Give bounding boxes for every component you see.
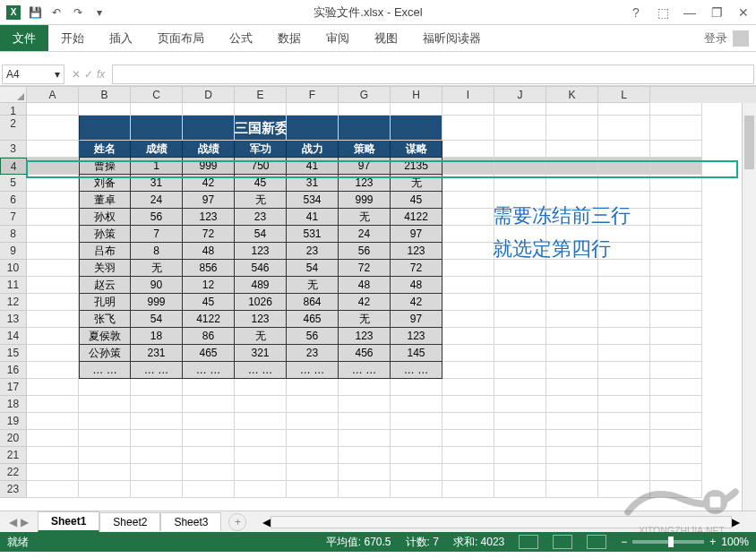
cell[interactable]: 三国新委同学会 — [235, 116, 287, 141]
cell[interactable] — [27, 328, 79, 345]
cell[interactable] — [546, 294, 598, 311]
cell[interactable]: 123 — [235, 311, 287, 328]
cell[interactable] — [391, 396, 442, 413]
row-header-4[interactable]: 4 — [0, 158, 27, 175]
cell[interactable] — [79, 396, 131, 413]
cell[interactable] — [494, 141, 546, 158]
cell[interactable]: 赵云 — [79, 277, 131, 294]
row-header-17[interactable]: 17 — [0, 379, 27, 396]
cell[interactable]: 关羽 — [79, 260, 131, 277]
cell[interactable] — [494, 294, 546, 311]
row-header-6[interactable]: 6 — [0, 192, 27, 209]
cell[interactable]: 31 — [131, 175, 183, 192]
row-header-8[interactable]: 8 — [0, 226, 27, 243]
cell[interactable] — [183, 447, 235, 464]
login-button[interactable]: 登录 — [697, 25, 756, 51]
cell[interactable]: 42 — [391, 294, 442, 311]
cell[interactable] — [183, 481, 235, 498]
cell[interactable] — [287, 447, 339, 464]
cell[interactable] — [391, 430, 442, 447]
cell[interactable] — [27, 141, 79, 158]
cell[interactable] — [287, 396, 339, 413]
cell[interactable]: 54 — [287, 260, 339, 277]
cell[interactable] — [494, 379, 546, 396]
row-header-11[interactable]: 11 — [0, 277, 27, 294]
cell[interactable] — [287, 464, 339, 481]
cell[interactable]: 2135 — [391, 158, 442, 175]
cell[interactable] — [442, 103, 494, 116]
cell[interactable] — [650, 311, 702, 328]
col-A[interactable]: A — [27, 87, 79, 103]
cell[interactable] — [546, 141, 598, 158]
cell[interactable] — [494, 362, 546, 379]
cell[interactable]: 54 — [131, 311, 183, 328]
view-pagebreak-icon[interactable] — [587, 535, 606, 549]
cell[interactable]: 1 — [131, 158, 183, 175]
cell[interactable] — [598, 430, 650, 447]
row-header-15[interactable]: 15 — [0, 345, 27, 362]
cell[interactable] — [494, 481, 546, 498]
cell[interactable]: 4122 — [183, 311, 235, 328]
cell[interactable] — [598, 158, 650, 175]
cell[interactable] — [598, 103, 650, 116]
cell[interactable] — [391, 116, 442, 141]
cell[interactable] — [494, 413, 546, 430]
cell[interactable] — [598, 345, 650, 362]
cell[interactable]: 24 — [131, 192, 183, 209]
row-header-14[interactable]: 14 — [0, 328, 27, 345]
cell[interactable]: 90 — [131, 277, 183, 294]
cell[interactable] — [546, 175, 598, 192]
cell[interactable]: 999 — [183, 158, 235, 175]
cell[interactable]: 750 — [235, 158, 287, 175]
horizontal-scrollbar[interactable]: ◀ ▶ — [262, 516, 740, 528]
cell[interactable]: 谋略 — [391, 141, 442, 158]
view-normal-icon[interactable] — [519, 535, 538, 549]
cell[interactable]: 45 — [183, 294, 235, 311]
row-header-3[interactable]: 3 — [0, 141, 27, 158]
cell[interactable] — [650, 175, 702, 192]
cell[interactable]: 31 — [287, 175, 339, 192]
cell[interactable] — [27, 209, 79, 226]
redo-icon[interactable]: ↷ — [68, 3, 88, 22]
qat-dropdown-icon[interactable]: ▾ — [90, 3, 109, 22]
cell[interactable] — [183, 396, 235, 413]
cell[interactable] — [650, 243, 702, 260]
cell[interactable] — [494, 447, 546, 464]
cell[interactable]: 45 — [235, 175, 287, 192]
row-header-13[interactable]: 13 — [0, 311, 27, 328]
cell[interactable] — [27, 103, 79, 116]
cell[interactable] — [27, 226, 79, 243]
hscroll-right-icon[interactable]: ▶ — [732, 516, 740, 528]
cell[interactable] — [650, 209, 702, 226]
cell[interactable] — [650, 103, 702, 116]
row-header-10[interactable]: 10 — [0, 260, 27, 277]
col-J[interactable]: J — [494, 87, 546, 103]
row-header-23[interactable]: 23 — [0, 481, 27, 498]
col-H[interactable]: H — [391, 87, 442, 103]
row-header-7[interactable]: 7 — [0, 209, 27, 226]
cell[interactable] — [131, 430, 183, 447]
cell[interactable] — [235, 396, 287, 413]
col-F[interactable]: F — [287, 87, 339, 103]
cell[interactable] — [339, 413, 391, 430]
cell[interactable] — [79, 464, 131, 481]
cell[interactable] — [598, 294, 650, 311]
cell[interactable] — [339, 103, 391, 116]
cell[interactable] — [650, 226, 702, 243]
cell[interactable] — [442, 226, 494, 243]
cell[interactable] — [494, 175, 546, 192]
col-E[interactable]: E — [235, 87, 287, 103]
cell[interactable] — [131, 447, 183, 464]
cell[interactable]: … … — [131, 362, 183, 379]
cell[interactable] — [442, 277, 494, 294]
row-header-5[interactable]: 5 — [0, 175, 27, 192]
cell[interactable] — [442, 260, 494, 277]
cell[interactable]: 534 — [287, 192, 339, 209]
cell[interactable]: 曹操 — [79, 158, 131, 175]
row-header-21[interactable]: 21 — [0, 447, 27, 464]
cell[interactable] — [27, 345, 79, 362]
cell[interactable]: 48 — [339, 277, 391, 294]
cell[interactable] — [546, 103, 598, 116]
cell[interactable] — [442, 158, 494, 175]
cell[interactable]: 856 — [183, 260, 235, 277]
